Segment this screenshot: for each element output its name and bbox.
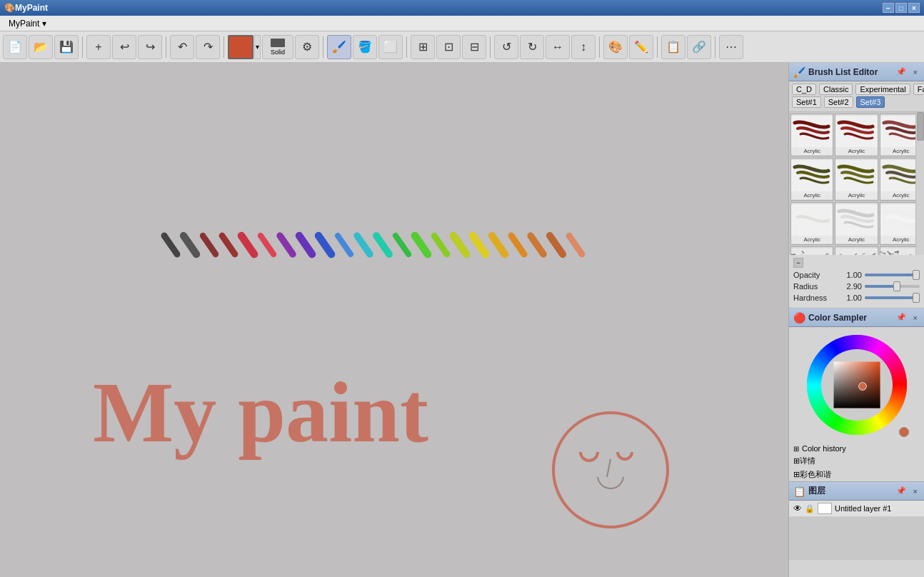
canvas-area[interactable]: [0, 63, 788, 577]
brush-thumb-7: [835, 204, 877, 236]
undo2-button[interactable]: ↶: [170, 35, 194, 59]
brush-label-6: Acrylic: [791, 236, 833, 244]
harmony-expand-icon: ⊞: [793, 470, 800, 479]
minimize-button[interactable]: −: [883, 3, 894, 13]
window-controls: − □ ×: [883, 3, 920, 13]
rotate-right[interactable]: ↻: [520, 35, 544, 59]
tab-favorites[interactable]: Favorites: [913, 84, 924, 95]
color-dropdown-arrow[interactable]: ▾: [254, 35, 261, 59]
mypaint-menu[interactable]: MyPaint ▾: [3, 17, 52, 30]
brush-list-close[interactable]: ×: [911, 67, 920, 77]
zoom-actual[interactable]: ⊡: [436, 35, 461, 59]
sliders-collapse[interactable]: −: [793, 258, 803, 268]
more-btn[interactable]: ⋯: [719, 35, 743, 59]
color-sampler-close[interactable]: ×: [911, 313, 920, 323]
canvas-background: [0, 63, 788, 577]
color-wheel-wrapper[interactable]: [803, 331, 910, 438]
layer-visibility-1[interactable]: 👁: [793, 503, 802, 513]
layers-btn[interactable]: 📋: [661, 35, 686, 59]
brush-tab-row1: C_D Classic Experimental Favorites: [792, 84, 921, 95]
erase-tool[interactable]: ⬜: [378, 35, 403, 59]
hardness-fill: [865, 296, 920, 299]
brush-thumb-1: [835, 116, 877, 147]
layer-row-1: 👁 🔒 Untitled layer #1: [789, 501, 924, 517]
tab-set2[interactable]: Set#2: [824, 96, 853, 108]
brush-label-3: Acrylic: [791, 191, 833, 199]
color-wheel-canvas[interactable]: [803, 331, 910, 438]
tab-set3[interactable]: Set#3: [856, 96, 885, 108]
detail-row[interactable]: ⊞ 详情: [789, 454, 924, 468]
brush-cell-7[interactable]: Acrylic: [835, 202, 878, 245]
brush-scrollbar-thumb[interactable]: [917, 112, 924, 141]
brush-label-4: Acrylic: [835, 191, 877, 199]
layers-empty-area: [789, 517, 924, 560]
brush-thumb-9: [791, 249, 833, 256]
harmony-row[interactable]: ⊞ 彩色和谐: [789, 468, 924, 481]
sep8: [657, 36, 658, 58]
layer-thumb-1: [818, 503, 832, 514]
layers-pin[interactable]: 📌: [894, 486, 908, 496]
detail-expand-icon: ⊞: [793, 456, 800, 466]
drawing-canvas[interactable]: [0, 63, 788, 577]
opacity-track[interactable]: [865, 274, 920, 276]
tab-classic[interactable]: Classic: [819, 84, 853, 95]
brush-icon: 🖌️: [793, 66, 805, 78]
zoom-fit[interactable]: ⊞: [411, 35, 435, 59]
color-wheel-btn[interactable]: 🎨: [603, 35, 628, 59]
flip-v[interactable]: ↕: [571, 35, 596, 59]
fill-tool[interactable]: 🪣: [353, 35, 377, 59]
brush-cell-9[interactable]: Charcoal: [790, 246, 833, 255]
opacity-row: Opacity 1.00: [793, 271, 920, 279]
tab-experimental[interactable]: Experimental: [855, 84, 910, 95]
brush-list-pin[interactable]: 📌: [894, 66, 908, 77]
brush-editor-btn[interactable]: ✏️: [629, 35, 653, 59]
hardness-thumb[interactable]: [913, 293, 920, 303]
sep5: [406, 36, 407, 58]
redo2-button[interactable]: ↷: [196, 35, 220, 59]
open-button[interactable]: 📂: [29, 35, 53, 59]
close-button[interactable]: ×: [908, 3, 920, 13]
undo-button[interactable]: ↩: [112, 35, 136, 59]
settings-button[interactable]: ⚙: [295, 35, 319, 59]
add-layer-button[interactable]: +: [86, 35, 111, 59]
layers-close[interactable]: ×: [911, 486, 920, 496]
brush-cell-1[interactable]: Acrylic: [835, 114, 878, 156]
rotate-left[interactable]: ↺: [494, 35, 518, 59]
redo-button[interactable]: ↪: [138, 35, 162, 59]
maximize-button[interactable]: □: [895, 3, 907, 13]
save-button[interactable]: 💾: [54, 35, 79, 59]
tab-cd[interactable]: C_D: [792, 84, 816, 95]
tab-set1[interactable]: Set#1: [792, 96, 821, 108]
radius-track[interactable]: [865, 285, 920, 288]
sep3: [224, 36, 224, 58]
solid-button[interactable]: Solid: [262, 35, 293, 59]
brush-tool[interactable]: 🖌️: [327, 35, 351, 59]
current-color-btn[interactable]: [228, 35, 253, 59]
history-expand-icon: ⊞: [793, 445, 799, 453]
hardness-track[interactable]: [865, 296, 920, 299]
radius-thumb[interactable]: [893, 281, 900, 291]
color-history-label: Color history: [802, 444, 846, 453]
zoom-out[interactable]: ⊟: [462, 35, 486, 59]
flip-h[interactable]: ↔: [546, 35, 570, 59]
brush-cell-10[interactable]: Charcoal: [835, 246, 878, 255]
radius-value: 2.90: [839, 282, 862, 291]
brush-cell-6[interactable]: Acrylic: [790, 202, 833, 245]
detail-label: 详情: [800, 456, 815, 466]
brush-cell-3[interactable]: Acrylic: [790, 158, 833, 201]
brush-thumb-3: [791, 160, 833, 191]
hardness-label: Hardness: [793, 293, 836, 302]
color-wheel-container: [789, 327, 924, 443]
import-btn[interactable]: 🔗: [687, 35, 711, 59]
hardness-value: 1.00: [839, 293, 862, 302]
color-history-row[interactable]: ⊞ Color history: [789, 443, 924, 454]
color-selector[interactable]: ▾: [228, 35, 261, 59]
new-button[interactable]: 📄: [3, 35, 27, 59]
brush-cell-4[interactable]: Acrylic: [835, 158, 878, 201]
brush-cell-0[interactable]: Acrylic: [790, 114, 833, 156]
opacity-thumb[interactable]: [913, 270, 920, 280]
sliders-section: − Opacity 1.00 Radius 2.90 Hardness: [789, 255, 924, 308]
layer-lock-1[interactable]: 🔒: [805, 504, 815, 513]
color-sampler-pin[interactable]: 📌: [894, 312, 908, 323]
brush-scrollbar[interactable]: [915, 112, 924, 255]
